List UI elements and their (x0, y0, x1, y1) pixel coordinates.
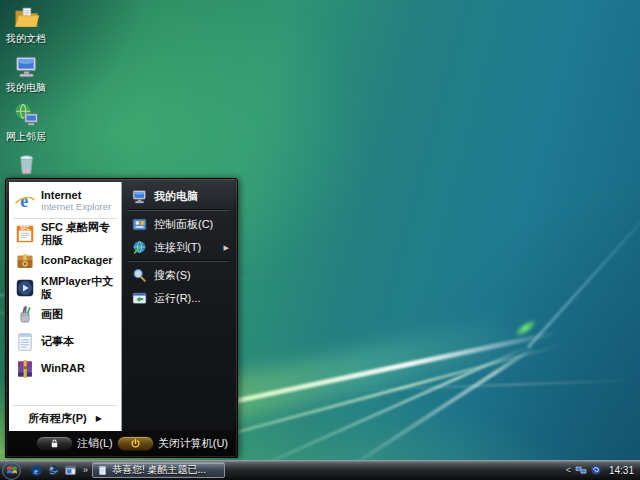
log-off-pill (36, 436, 73, 451)
log-off-button[interactable]: 注销(L) (36, 436, 112, 451)
run-icon (131, 290, 148, 307)
desktop-icons: 我的文档我的电脑网上邻居 (0, 4, 52, 200)
windows-logo-icon (6, 464, 18, 476)
menu-item-system[interactable]: 连接到(T)▶ (122, 236, 234, 259)
turn-off-label: 关闭计算机(U) (158, 436, 228, 451)
submenu-arrow-icon: ▶ (224, 244, 229, 252)
start-button[interactable] (2, 461, 21, 480)
menu-item-program[interactable]: WinRAR (9, 355, 121, 382)
media-window-icon[interactable] (64, 464, 77, 477)
menu-item-label: 我的电脑 (154, 189, 198, 204)
menu-item-program[interactable]: SFCSFC 桌酷网专用版 (9, 220, 121, 247)
menu-item-program[interactable]: IconPackager (9, 247, 121, 274)
documents-folder-icon (13, 4, 40, 31)
taskbar: e » 恭喜您! 桌酷主题已... < 14:31 (0, 460, 640, 480)
taskbar-task-button[interactable]: 恭喜您! 桌酷主题已... (92, 462, 225, 478)
menu-item-sublabel: Internet Explorer (41, 201, 111, 212)
menu-item-label: 记事本 (41, 335, 74, 347)
sfc-icon: SFC (14, 223, 36, 245)
menu-separator (127, 210, 229, 211)
desktop-icon-label: 我的电脑 (6, 81, 46, 95)
menu-item-internet[interactable]: e Internet Internet Explorer (9, 184, 121, 217)
quick-launch-bar: e (30, 464, 77, 477)
network-places-icon (13, 102, 40, 129)
menu-item-label: Internet (41, 189, 111, 201)
menu-item-program[interactable]: KMPlayer中文版 (9, 274, 121, 301)
menu-item-label: IconPackager (41, 254, 113, 266)
notepad-icon (14, 331, 36, 353)
menu-item-label: KMPlayer中文版 (41, 275, 118, 299)
menu-item-program[interactable]: 记事本 (9, 328, 121, 355)
recycle-bin-icon (13, 151, 40, 178)
network-icon[interactable] (575, 464, 587, 476)
menu-separator (13, 218, 117, 219)
menu-item-label: 连接到(T) (154, 240, 201, 255)
my-computer-icon (13, 53, 40, 80)
menu-item-label: 画图 (41, 308, 63, 320)
start-menu: e Internet Internet Explorer SFCSFC 桌酷网专… (5, 178, 238, 458)
svg-text:e: e (20, 191, 28, 211)
quick-launch-overflow-chevron[interactable]: » (83, 465, 88, 475)
globe-icon[interactable] (47, 464, 60, 477)
menu-item-program[interactable]: 画图 (9, 301, 121, 328)
control-panel-icon (131, 216, 148, 233)
start-menu-left-column: e Internet Internet Explorer SFCSFC 桌酷网专… (9, 182, 122, 431)
start-menu-right-column: 我的电脑控制面板(C)连接到(T)▶搜索(S)运行(R)... (122, 182, 234, 431)
start-menu-footer: 注销(L) 关闭计算机(U) (9, 431, 234, 457)
menu-item-system[interactable]: 我的电脑 (122, 185, 234, 208)
my-computer-icon (131, 188, 148, 205)
notepad-icon (97, 465, 108, 476)
paint-icon (14, 304, 36, 326)
menu-item-label: SFC 桌酷网专用版 (41, 221, 118, 245)
menu-item-system[interactable]: 运行(R)... (122, 287, 234, 310)
menu-separator (13, 405, 117, 406)
ime-icon[interactable] (590, 464, 602, 476)
power-pill (117, 436, 154, 451)
menu-separator (127, 261, 229, 262)
tray-collapse-chevron[interactable]: < (566, 465, 571, 475)
power-icon (130, 438, 141, 449)
search-icon (131, 267, 148, 284)
menu-item-label: 搜索(S) (154, 268, 191, 283)
kmplayer-icon (14, 277, 36, 299)
system-tray: < 14:31 (566, 464, 640, 476)
iconpackager-icon (14, 250, 36, 272)
desktop-icon-label: 网上邻居 (6, 130, 46, 144)
desktop-icon-label: 我的文档 (6, 32, 46, 46)
menu-item-label: 运行(R)... (154, 291, 200, 306)
task-button-label: 恭喜您! 桌酷主题已... (112, 463, 206, 477)
desktop-icon-network-places[interactable]: 网上邻居 (0, 102, 52, 151)
menu-item-label: 控制面板(C) (154, 217, 213, 232)
desktop-icon-my-computer[interactable]: 我的电脑 (0, 53, 52, 102)
submenu-arrow-icon: ▶ (96, 414, 102, 423)
log-off-label: 注销(L) (77, 436, 112, 451)
menu-item-label: WinRAR (41, 362, 85, 374)
svg-text:e: e (34, 465, 38, 475)
winrar-icon (14, 358, 36, 380)
svg-text:SFC: SFC (20, 225, 30, 230)
all-programs-label: 所有程序(P) (28, 411, 87, 426)
menu-item-system[interactable]: 控制面板(C) (122, 213, 234, 236)
connect-to-icon (131, 239, 148, 256)
turn-off-computer-button[interactable]: 关闭计算机(U) (117, 436, 228, 451)
internet-explorer-small-icon[interactable]: e (30, 464, 43, 477)
lock-icon (49, 438, 60, 449)
taskbar-clock: 14:31 (609, 465, 634, 476)
internet-explorer-icon: e (14, 190, 36, 212)
all-programs-button[interactable]: 所有程序(P) ▶ (9, 407, 121, 429)
menu-item-system[interactable]: 搜索(S) (122, 264, 234, 287)
desktop-icon-documents-folder[interactable]: 我的文档 (0, 4, 52, 53)
